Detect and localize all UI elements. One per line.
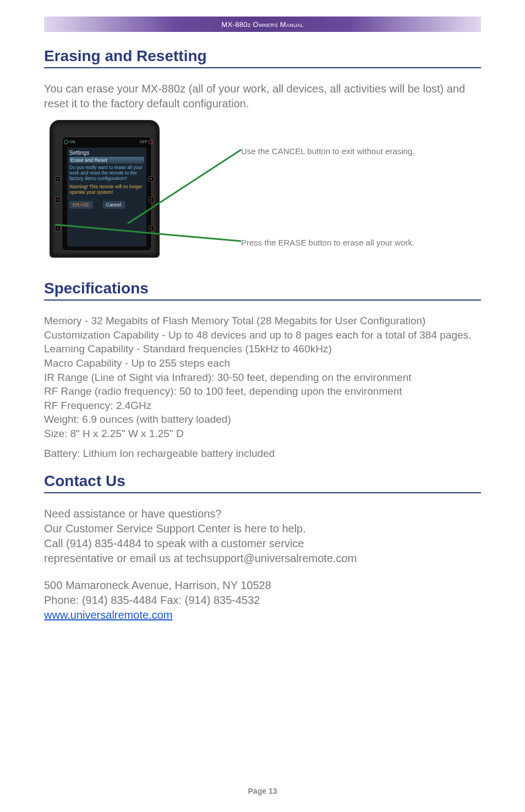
section-heading-specifications: Specifications <box>44 280 481 301</box>
side-button <box>149 197 154 203</box>
screen-subtitle: Erase and Reset <box>69 157 144 164</box>
section-heading-contact: Contact Us <box>44 472 481 493</box>
spec-rf-range: RF Range (radio frequency): 50 to 100 fe… <box>44 384 481 399</box>
spec-macro: Macro Capability - Up to 255 steps each <box>44 356 481 370</box>
spec-learning: Learning Capability - Standard frequenci… <box>44 342 481 356</box>
spec-ir-range: IR Range (Line of Sight via Infrared): 3… <box>44 370 481 385</box>
contact-address: 500 Mamaroneck Avenue, Harrison, NY 1052… <box>44 578 481 593</box>
erase-button[interactable]: ERASE <box>69 201 93 209</box>
off-label: OFF <box>140 140 147 144</box>
power-on-icon <box>64 140 68 144</box>
side-button <box>149 176 154 182</box>
screen-warning: Warning! This remote will no longer oper… <box>69 184 144 195</box>
intro-text: You can erase your MX-880z (all of your … <box>44 81 481 111</box>
spec-memory: Memory - 32 Megabits of Flash Memory Tot… <box>44 314 481 328</box>
contact-url[interactable]: www.universalremote.com <box>44 608 172 623</box>
spec-rf-freq: RF Frequency: 2.4GHz <box>44 399 481 413</box>
spec-customization: Customization Capability - Up to 48 devi… <box>44 328 481 342</box>
header-title: MX-880z Owners Manual <box>222 20 304 29</box>
contact-line3: representative or email us at techsuppor… <box>44 551 481 566</box>
arrow-to-cancel <box>127 146 242 157</box>
screen-message: Do you really want to erase all your wor… <box>69 165 144 181</box>
spec-size: Size: 8" H x 2.25" W x 1.25" D <box>44 427 481 441</box>
section-heading-erasing: Erasing and Resetting <box>44 47 481 68</box>
arrow-to-erase <box>54 224 242 242</box>
side-button <box>55 176 61 182</box>
remote-diagram: ON OFF Settings Erase and Reset Do you r… <box>44 120 481 263</box>
power-off-icon <box>149 140 153 144</box>
contact-question: Need assistance or have questions? <box>44 506 481 521</box>
page-number: Page 13 <box>248 787 277 795</box>
spec-weight: Weight: 6.9 ounces (with battery loaded) <box>44 412 481 427</box>
svg-line-1 <box>55 225 241 241</box>
page-footer: Page 13 <box>0 787 525 795</box>
side-button <box>55 197 61 203</box>
contact-line1: Our Customer Service Support Center is h… <box>44 521 481 536</box>
on-label: ON <box>69 140 75 144</box>
cancel-button[interactable]: Cancel <box>103 201 125 209</box>
contact-line2: Call (914) 835-4484 to speak with a cust… <box>44 536 481 551</box>
spec-battery: Battery: Lithium Ion rechargeable batter… <box>44 446 481 461</box>
callout-cancel: Use the CANCEL button to exit without er… <box>241 146 414 156</box>
callout-erase: Press the ERASE button to erase all your… <box>241 238 414 247</box>
header-bar: MX-880z Owners Manual <box>44 17 481 32</box>
contact-phone-fax: Phone: (914) 835-4484 Fax: (914) 835-453… <box>44 593 481 608</box>
